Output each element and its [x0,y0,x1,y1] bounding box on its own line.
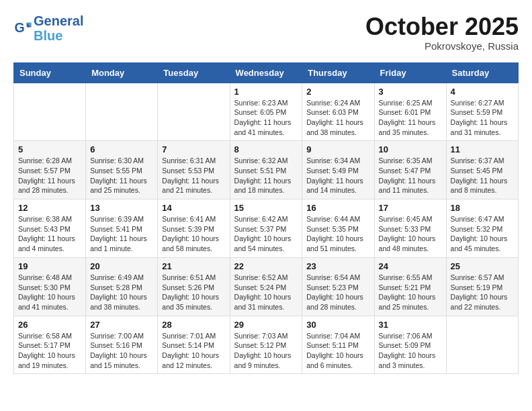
day-cell: 23Sunrise: 6:54 AMSunset: 5:23 PMDayligh… [302,257,374,316]
col-header-monday: Monday [86,62,158,83]
day-info: Sunrise: 6:28 AMSunset: 5:57 PMDaylight:… [18,156,81,195]
day-number: 18 [451,203,514,213]
logo: G General Blue [13,13,83,43]
day-number: 8 [234,144,298,154]
day-cell: 13Sunrise: 6:39 AMSunset: 5:41 PMDayligh… [86,199,158,258]
col-header-tuesday: Tuesday [158,62,230,83]
day-cell: 3Sunrise: 6:25 AMSunset: 6:01 PMDaylight… [374,83,446,141]
day-number: 27 [90,320,153,330]
svg-text:G: G [14,20,24,35]
day-info: Sunrise: 6:52 AMSunset: 5:24 PMDaylight:… [234,273,298,312]
day-cell: 30Sunrise: 7:04 AMSunset: 5:11 PMDayligh… [302,316,374,374]
day-number: 11 [451,144,514,154]
logo-icon: G [13,19,32,38]
day-number: 25 [451,261,514,271]
day-cell: 11Sunrise: 6:37 AMSunset: 5:45 PMDayligh… [446,141,518,199]
day-info: Sunrise: 6:48 AMSunset: 5:30 PMDaylight:… [18,273,81,312]
day-number: 29 [234,320,298,330]
day-cell: 28Sunrise: 7:01 AMSunset: 5:14 PMDayligh… [158,316,230,374]
day-cell: 9Sunrise: 6:34 AMSunset: 5:49 PMDaylight… [302,141,374,199]
day-info: Sunrise: 7:00 AMSunset: 5:16 PMDaylight:… [90,331,153,371]
day-info: Sunrise: 6:34 AMSunset: 5:49 PMDaylight:… [306,156,369,195]
page-header: G General Blue October 2025 Pokrovskoye,… [13,13,519,52]
day-info: Sunrise: 7:06 AMSunset: 5:09 PMDaylight:… [379,331,442,371]
day-number: 20 [90,261,153,271]
calendar-table: SundayMondayTuesdayWednesdayThursdayFrid… [13,62,519,375]
day-cell: 25Sunrise: 6:57 AMSunset: 5:19 PMDayligh… [446,257,518,316]
day-number: 9 [306,144,369,154]
day-number: 13 [90,203,153,213]
day-number: 4 [451,87,514,97]
month-title: October 2025 [365,13,519,40]
col-header-sunday: Sunday [14,62,86,83]
day-cell: 8Sunrise: 6:32 AMSunset: 5:51 PMDaylight… [230,141,302,199]
day-info: Sunrise: 6:35 AMSunset: 5:47 PMDaylight:… [379,156,442,195]
day-info: Sunrise: 6:25 AMSunset: 6:01 PMDaylight:… [379,98,442,138]
day-info: Sunrise: 6:47 AMSunset: 5:32 PMDaylight:… [451,214,514,254]
col-header-saturday: Saturday [446,62,518,83]
day-number: 10 [379,144,442,154]
day-info: Sunrise: 7:01 AMSunset: 5:14 PMDaylight:… [162,331,225,371]
day-number: 7 [162,144,225,154]
day-info: Sunrise: 6:38 AMSunset: 5:43 PMDaylight:… [18,214,81,254]
day-number: 30 [306,320,369,330]
day-number: 26 [18,320,81,330]
day-cell: 31Sunrise: 7:06 AMSunset: 5:09 PMDayligh… [374,316,446,374]
day-number: 16 [306,203,369,213]
day-cell: 1Sunrise: 6:23 AMSunset: 6:05 PMDaylight… [230,83,302,141]
day-number: 24 [379,261,442,271]
logo-blue: Blue [34,28,62,43]
day-info: Sunrise: 6:55 AMSunset: 5:21 PMDaylight:… [379,273,442,312]
day-cell: 16Sunrise: 6:44 AMSunset: 5:35 PMDayligh… [302,199,374,258]
day-cell: 4Sunrise: 6:27 AMSunset: 5:59 PMDaylight… [446,83,518,141]
day-cell: 26Sunrise: 6:58 AMSunset: 5:17 PMDayligh… [14,316,86,374]
day-number: 22 [234,261,298,271]
day-number: 3 [379,87,442,97]
day-cell: 18Sunrise: 6:47 AMSunset: 5:32 PMDayligh… [446,199,518,258]
day-info: Sunrise: 6:41 AMSunset: 5:39 PMDaylight:… [162,214,225,254]
day-info: Sunrise: 6:31 AMSunset: 5:53 PMDaylight:… [162,156,225,195]
day-number: 6 [90,144,153,154]
day-info: Sunrise: 6:30 AMSunset: 5:55 PMDaylight:… [90,156,153,195]
day-cell: 2Sunrise: 6:24 AMSunset: 6:03 PMDaylight… [302,83,374,141]
title-block: October 2025 Pokrovskoye, Russia [365,13,519,52]
day-cell: 27Sunrise: 7:00 AMSunset: 5:16 PMDayligh… [86,316,158,374]
day-info: Sunrise: 6:45 AMSunset: 5:33 PMDaylight:… [379,214,442,254]
day-info: Sunrise: 7:04 AMSunset: 5:11 PMDaylight:… [306,331,369,371]
day-info: Sunrise: 6:27 AMSunset: 5:59 PMDaylight:… [451,98,514,138]
day-cell: 24Sunrise: 6:55 AMSunset: 5:21 PMDayligh… [374,257,446,316]
day-info: Sunrise: 6:58 AMSunset: 5:17 PMDaylight:… [18,331,81,371]
day-cell: 17Sunrise: 6:45 AMSunset: 5:33 PMDayligh… [374,199,446,258]
day-cell: 12Sunrise: 6:38 AMSunset: 5:43 PMDayligh… [14,199,86,258]
day-number: 21 [162,261,225,271]
day-cell: 5Sunrise: 6:28 AMSunset: 5:57 PMDaylight… [14,141,86,199]
location: Pokrovskoye, Russia [365,40,519,52]
week-row-4: 19Sunrise: 6:48 AMSunset: 5:30 PMDayligh… [14,257,519,316]
day-number: 15 [234,203,298,213]
day-cell: 14Sunrise: 6:41 AMSunset: 5:39 PMDayligh… [158,199,230,258]
day-info: Sunrise: 6:57 AMSunset: 5:19 PMDaylight:… [451,273,514,312]
day-number: 14 [162,203,225,213]
week-row-5: 26Sunrise: 6:58 AMSunset: 5:17 PMDayligh… [14,316,519,374]
day-info: Sunrise: 6:24 AMSunset: 6:03 PMDaylight:… [306,98,369,138]
col-header-wednesday: Wednesday [230,62,302,83]
day-cell: 15Sunrise: 6:42 AMSunset: 5:37 PMDayligh… [230,199,302,258]
day-info: Sunrise: 6:49 AMSunset: 5:28 PMDaylight:… [90,273,153,312]
week-row-2: 5Sunrise: 6:28 AMSunset: 5:57 PMDaylight… [14,141,519,199]
week-row-3: 12Sunrise: 6:38 AMSunset: 5:43 PMDayligh… [14,199,519,258]
day-cell [446,316,518,374]
week-row-1: 1Sunrise: 6:23 AMSunset: 6:05 PMDaylight… [14,83,519,141]
day-cell: 7Sunrise: 6:31 AMSunset: 5:53 PMDaylight… [158,141,230,199]
day-info: Sunrise: 7:03 AMSunset: 5:12 PMDaylight:… [234,331,298,371]
day-cell: 21Sunrise: 6:51 AMSunset: 5:26 PMDayligh… [158,257,230,316]
day-number: 12 [18,203,81,213]
day-info: Sunrise: 6:23 AMSunset: 6:05 PMDaylight:… [234,98,298,138]
calendar-header-row: SundayMondayTuesdayWednesdayThursdayFrid… [14,62,519,83]
day-number: 1 [234,87,298,97]
day-info: Sunrise: 6:42 AMSunset: 5:37 PMDaylight:… [234,214,298,254]
day-number: 5 [18,144,81,154]
col-header-thursday: Thursday [302,62,374,83]
day-info: Sunrise: 6:39 AMSunset: 5:41 PMDaylight:… [90,214,153,254]
day-cell: 20Sunrise: 6:49 AMSunset: 5:28 PMDayligh… [86,257,158,316]
day-cell [86,83,158,141]
